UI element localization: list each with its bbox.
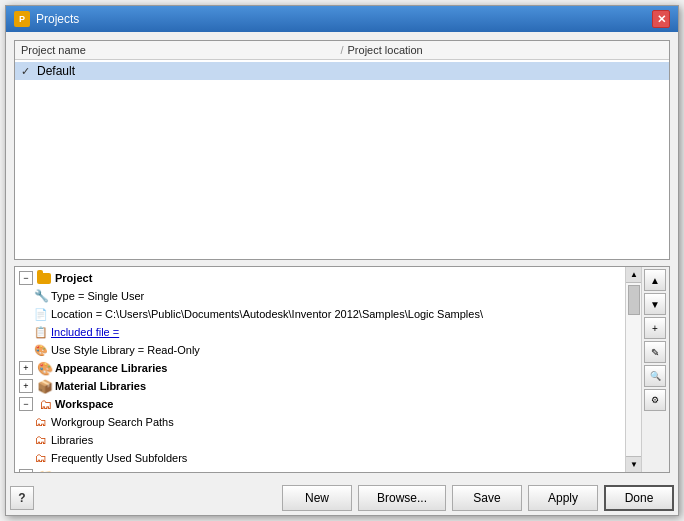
add-item-btn[interactable]: + <box>644 317 666 339</box>
tree-content: − Project 🔧 Type = Single User 📄 Locatio… <box>15 267 625 472</box>
tree-item-workgroup[interactable]: 🗂 Workgroup Search Paths <box>15 413 625 431</box>
tree-item-folder-options[interactable]: + 📁 Folder Options <box>15 467 625 472</box>
location-icon: 📄 <box>33 306 49 322</box>
folder-options-icon: 📁 <box>37 468 53 472</box>
zoom-btn[interactable]: 🔍 <box>644 365 666 387</box>
new-button[interactable]: New <box>282 485 352 511</box>
help-section: ? <box>10 486 34 510</box>
scroll-thumb[interactable] <box>628 285 640 315</box>
scroll-up-right-btn[interactable]: ▲ <box>644 269 666 291</box>
workspace-icon: 🗂 <box>37 396 53 412</box>
tree-label-appearance: Appearance Libraries <box>55 362 168 374</box>
tree-item-included[interactable]: 📋 Included file = <box>15 323 625 341</box>
done-button[interactable]: Done <box>604 485 674 511</box>
table-row[interactable]: ✓ Default <box>15 62 669 80</box>
col-location-header: Project location <box>348 44 663 56</box>
tree-label-material: Material Libraries <box>55 380 146 392</box>
apply-button[interactable]: Apply <box>528 485 598 511</box>
tree-label-libraries: Libraries <box>51 434 93 446</box>
dialog-content: Project name / Project location ✓ Defaul… <box>6 32 678 481</box>
tree-item-location[interactable]: 📄 Location = C:\Users\Public\Documents\A… <box>15 305 625 323</box>
tree-root[interactable]: − Project <box>15 269 625 287</box>
material-icon: 📦 <box>37 378 53 394</box>
tree-label-workspace: Workspace <box>55 398 114 410</box>
workspace-expand-btn[interactable]: − <box>19 397 33 411</box>
type-icon: 🔧 <box>33 288 49 304</box>
action-buttons: New Browse... Save Apply Done <box>282 485 674 511</box>
title-bar: P Projects ✕ <box>6 6 678 32</box>
tree-container: − Project 🔧 Type = Single User 📄 Locatio… <box>14 266 670 473</box>
tree-item-subfolders[interactable]: 🗂 Frequently Used Subfolders <box>15 449 625 467</box>
material-expand-btn[interactable]: + <box>19 379 33 393</box>
table-header: Project name / Project location <box>15 41 669 60</box>
style-icon: 🎨 <box>33 342 49 358</box>
save-button[interactable]: Save <box>452 485 522 511</box>
projects-dialog: P Projects ✕ Project name / Project loca… <box>5 5 679 516</box>
col-name-header: Project name <box>21 44 336 56</box>
libraries-icon: 🗂 <box>33 432 49 448</box>
appearance-icon: 🎨 <box>37 360 53 376</box>
button-row: ? New Browse... Save Apply Done <box>6 481 678 515</box>
file-icon: 📋 <box>33 324 49 340</box>
col-sep: / <box>340 44 343 56</box>
workgroup-icon: 🗂 <box>33 414 49 430</box>
tree-label-type: Type = Single User <box>51 290 144 302</box>
root-expand-btn[interactable]: − <box>19 271 33 285</box>
scroll-track <box>626 283 641 456</box>
tree-item-appearance[interactable]: + 🎨 Appearance Libraries <box>15 359 625 377</box>
appearance-expand-btn[interactable]: + <box>19 361 33 375</box>
row-project-name: Default <box>37 64 75 78</box>
check-icon: ✓ <box>21 65 33 78</box>
tree-scrollbar[interactable]: ▲ ▼ <box>625 267 641 472</box>
right-action-buttons: ▲ ▼ + ✎ 🔍 ⚙ <box>641 267 669 472</box>
tree-item-type[interactable]: 🔧 Type = Single User <box>15 287 625 305</box>
edit-item-btn[interactable]: ✎ <box>644 341 666 363</box>
dialog-title: Projects <box>36 12 79 26</box>
tree-label-subfolders: Frequently Used Subfolders <box>51 452 187 464</box>
tree-label-location: Location = C:\Users\Public\Documents\Aut… <box>51 308 483 320</box>
subfolders-icon: 🗂 <box>33 450 49 466</box>
browse-button[interactable]: Browse... <box>358 485 446 511</box>
tree-label-folder-options: Folder Options <box>55 470 133 472</box>
dialog-icon: P <box>14 11 30 27</box>
tree-root-label: Project <box>55 272 92 284</box>
project-folder-icon <box>37 270 53 286</box>
help-button[interactable]: ? <box>10 486 34 510</box>
settings-btn[interactable]: ⚙ <box>644 389 666 411</box>
tree-label-included: Included file = <box>51 326 119 338</box>
table-body: ✓ Default <box>15 60 669 259</box>
folder-options-expand-btn[interactable]: + <box>19 469 33 472</box>
scroll-up-btn[interactable]: ▲ <box>626 267 642 283</box>
title-bar-left: P Projects <box>14 11 79 27</box>
tree-item-material[interactable]: + 📦 Material Libraries <box>15 377 625 395</box>
tree-label-style: Use Style Library = Read-Only <box>51 344 200 356</box>
projects-table: Project name / Project location ✓ Defaul… <box>14 40 670 260</box>
tree-item-style[interactable]: 🎨 Use Style Library = Read-Only <box>15 341 625 359</box>
tree-item-workspace[interactable]: − 🗂 Workspace <box>15 395 625 413</box>
tree-item-libraries[interactable]: 🗂 Libraries <box>15 431 625 449</box>
scroll-down-right-btn[interactable]: ▼ <box>644 293 666 315</box>
scroll-down-btn[interactable]: ▼ <box>626 456 642 472</box>
tree-label-workgroup: Workgroup Search Paths <box>51 416 174 428</box>
close-button[interactable]: ✕ <box>652 10 670 28</box>
